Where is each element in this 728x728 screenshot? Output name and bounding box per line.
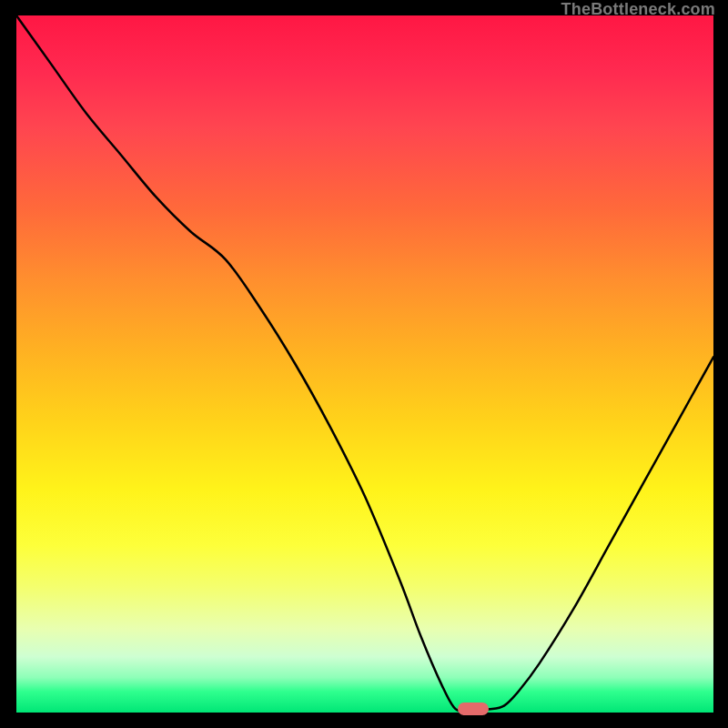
optimal-marker xyxy=(458,703,489,715)
plot-area xyxy=(16,15,713,713)
curve-svg xyxy=(16,15,713,713)
bottleneck-curve xyxy=(16,15,713,711)
chart-stage: TheBottleneck.com xyxy=(0,0,728,728)
